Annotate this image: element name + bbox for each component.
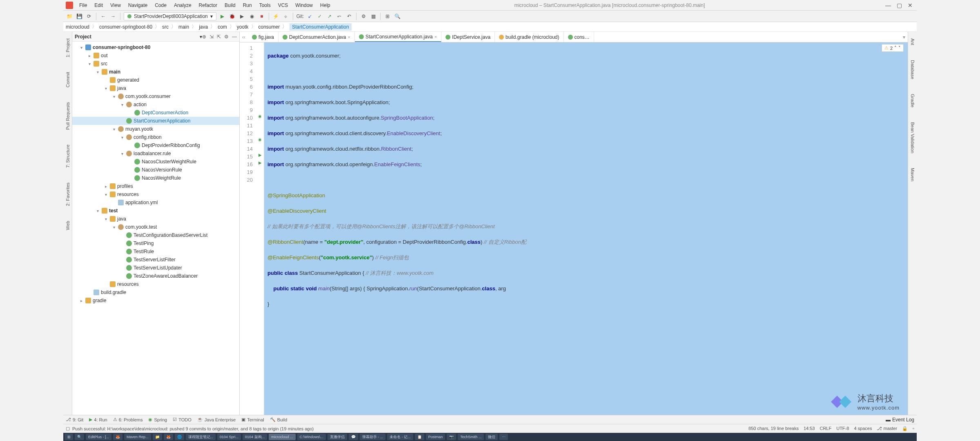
task-item[interactable]: 未命名 - 记... — [387, 434, 413, 440]
debug-icon[interactable]: 🐞 — [229, 13, 236, 20]
task-item[interactable]: 🔍 — [75, 434, 84, 440]
tree-item[interactable]: ▾java — [72, 215, 239, 223]
tree-item[interactable]: ▾com.yootk.test — [72, 223, 239, 231]
git-history-icon[interactable]: ⤺ — [336, 13, 343, 20]
task-item[interactable]: Postman — [426, 434, 445, 440]
close-icon[interactable]: ✕ — [908, 2, 913, 9]
git-update-icon[interactable]: ↙ — [306, 13, 314, 20]
crumb-0[interactable]: microcloud — [66, 24, 89, 30]
chevron-down-icon[interactable]: ˅ — [898, 45, 901, 51]
menu-file[interactable]: File — [76, 1, 91, 10]
task-item[interactable]: 🌐 — [175, 434, 184, 440]
back-icon[interactable]: ← — [100, 13, 107, 20]
task-item[interactable]: Maven Rep... — [124, 434, 151, 440]
editor-tab[interactable]: IDeptService.java — [441, 32, 495, 42]
tree-item-selected[interactable]: StartConsumerApplication — [72, 117, 239, 125]
menu-build[interactable]: Build — [221, 1, 239, 10]
tree-item[interactable]: ▾test — [72, 207, 239, 215]
lock-icon[interactable]: 🔒 — [902, 426, 908, 431]
menu-refactor[interactable]: Refactor — [195, 1, 221, 10]
tree-item[interactable]: TestIRule — [72, 247, 239, 256]
menu-window[interactable]: Window — [292, 1, 316, 10]
close-icon[interactable]: × — [434, 34, 437, 39]
toolwindow-structure[interactable]: 7: Structure — [65, 141, 70, 171]
maximize-icon[interactable]: ▢ — [897, 2, 902, 9]
status-eol[interactable]: CRLF — [820, 426, 831, 431]
toolwindow-project[interactable]: 1: Project — [65, 35, 70, 60]
toolwindow-ant[interactable]: Ant — [910, 35, 915, 49]
menu-vcs[interactable]: VCS — [274, 1, 292, 10]
toolwindow-gradle[interactable]: Gradle — [910, 91, 915, 111]
menu-analyze[interactable]: Analyze — [170, 1, 195, 10]
status-position[interactable]: 14:53 — [804, 426, 815, 431]
project-tree[interactable]: ▾consumer-springboot-80 ▸out ▾src ▾main … — [72, 42, 239, 415]
task-item[interactable]: 🦊 — [164, 434, 173, 440]
locate-icon[interactable]: ⊕ — [202, 34, 206, 40]
toolwindow-java-enterprise[interactable]: ☕Java Enterprise — [197, 417, 236, 422]
run-icon[interactable]: ▶ — [219, 13, 226, 20]
git-commit-icon[interactable]: ✓ — [316, 13, 323, 20]
toolwindow-web[interactable]: Web — [65, 218, 70, 233]
tree-item[interactable]: TestServerListUpdater — [72, 264, 239, 272]
tree-item[interactable]: ▸gradle — [72, 296, 239, 305]
sync-icon[interactable]: ⟳ — [85, 13, 93, 20]
settings-icon[interactable]: ⚙ — [360, 13, 367, 20]
task-item[interactable]: EditPlus - [... — [86, 434, 111, 440]
tree-item[interactable]: TestServerListFilter — [72, 256, 239, 264]
close-icon[interactable]: × — [347, 35, 350, 40]
crumb-6[interactable]: yootk — [237, 24, 249, 30]
tree-item[interactable]: ▸profiles — [72, 182, 239, 190]
tree-item[interactable]: ▾com.yootk.consumer — [72, 92, 239, 100]
toolwindow-build[interactable]: 🔨Build — [270, 417, 287, 422]
chevron-up-icon[interactable]: ˄ — [894, 45, 897, 51]
menu-navigate[interactable]: Navigate — [125, 1, 151, 10]
task-item[interactable]: 🦊 — [113, 434, 122, 440]
tree-item[interactable]: generated — [72, 76, 239, 84]
status-encoding[interactable]: UTF-8 — [836, 426, 849, 431]
crumb-5[interactable]: com — [218, 24, 227, 30]
menu-code[interactable]: Code — [151, 1, 170, 10]
inspection-indicator[interactable]: ⚠ 2 ˄ ˅ — [882, 44, 904, 52]
crumb-3[interactable]: main — [178, 24, 189, 30]
task-item[interactable]: 微信 — [486, 434, 498, 440]
editor[interactable]: 123 456 789 101112 131415 161920 ◉ ◉ ▶ ▶… — [240, 42, 908, 415]
profile-icon[interactable]: ◉ — [248, 13, 256, 20]
structure-icon[interactable]: ▦ — [370, 13, 377, 20]
task-item[interactable]: ⋯ — [499, 434, 508, 440]
toolwindow-favorites[interactable]: 2: Favorites — [65, 179, 70, 209]
task-item[interactable]: 课程随堂笔记... — [186, 434, 216, 440]
editor-tab[interactable]: fig.java — [248, 32, 278, 42]
task-item[interactable]: C:\Windows\... — [297, 434, 326, 440]
forward-icon[interactable]: → — [109, 13, 117, 20]
status-indent[interactable]: 4 spaces — [854, 426, 872, 431]
tree-item[interactable]: TestIPing — [72, 239, 239, 247]
stop-icon[interactable]: ■ — [258, 13, 265, 20]
run-config-selector[interactable]: StartProviderDept8003Application ▾ — [124, 12, 216, 20]
tree-item[interactable]: ▾main — [72, 68, 239, 76]
task-item[interactable]: 弹幕助手 - ... — [360, 434, 386, 440]
toolwindow-commit[interactable]: Commit — [65, 69, 70, 91]
editor-tab[interactable]: DeptConsumerAction.java× — [278, 32, 355, 42]
crumb-1[interactable]: consumer-springboot-80 — [99, 24, 152, 30]
tree-item[interactable]: build.gradle — [72, 288, 239, 296]
tree-item[interactable]: resources — [72, 280, 239, 288]
task-item[interactable]: 直播伴侣 — [327, 434, 347, 440]
tree-item[interactable]: ▾resources — [72, 190, 239, 198]
toolwindow-maven[interactable]: Maven — [910, 165, 915, 185]
crumb-2[interactable]: src — [162, 24, 169, 30]
status-icon[interactable]: ▢ — [66, 426, 70, 431]
tree-item[interactable]: ▸out — [72, 51, 239, 60]
toolwindow-run[interactable]: ▶4: Run — [89, 417, 107, 422]
task-item[interactable]: 0104 Spri... — [217, 434, 241, 440]
gear-icon[interactable]: ⚙ — [224, 34, 229, 40]
spring-icon[interactable]: ◉ — [256, 136, 264, 143]
tree-item[interactable]: application.yml — [72, 198, 239, 207]
open-icon[interactable]: 📁 — [66, 13, 73, 20]
tree-item[interactable]: ▾config.ribbon — [72, 133, 239, 141]
tree-module[interactable]: ▾consumer-springboot-80 — [72, 43, 239, 51]
toolwindow-todo[interactable]: ☑TODO — [173, 417, 192, 422]
start-button[interactable]: ⊞ — [65, 434, 73, 440]
task-item-active[interactable]: microcloud ... — [269, 434, 296, 440]
hide-icon[interactable]: — — [232, 34, 237, 40]
tree-item[interactable]: ▾src — [72, 60, 239, 68]
